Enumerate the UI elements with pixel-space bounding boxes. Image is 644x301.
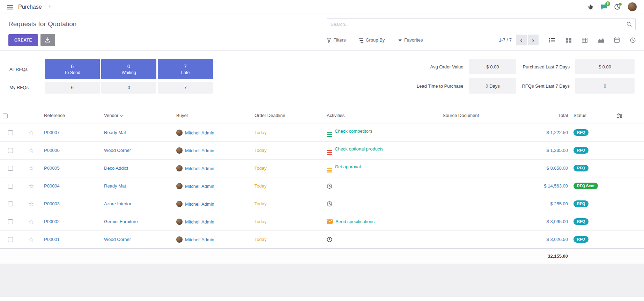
vendor-link[interactable]: Gemini Furniture bbox=[104, 219, 138, 224]
row-checkbox[interactable] bbox=[8, 166, 13, 171]
app-name[interactable]: Purchase bbox=[18, 4, 42, 10]
column-header-order-deadline[interactable]: Order Deadline bbox=[252, 108, 324, 124]
purchase-dashboard: All RFQs 6 To Send 0 Waiting 7 Late My R… bbox=[0, 51, 644, 108]
menu-icon[interactable] bbox=[7, 4, 13, 9]
table-row[interactable]: ☆ P00001 Wood Corner Mitchell Admin Toda… bbox=[0, 230, 644, 248]
favorite-star-icon[interactable]: ☆ bbox=[28, 165, 34, 172]
view-calendar-icon[interactable] bbox=[614, 37, 620, 43]
vendor-link[interactable]: Deco Addict bbox=[104, 166, 128, 171]
reference-link[interactable]: P00006 bbox=[44, 148, 60, 153]
checklist-activity-icon[interactable] bbox=[327, 132, 332, 137]
table-row[interactable]: ☆ P00002 Gemini Furniture Mitchell Admin… bbox=[0, 213, 644, 230]
tile-to-send[interactable]: 6 To Send bbox=[45, 59, 100, 79]
reference-link[interactable]: P00004 bbox=[44, 183, 60, 189]
my-to-send-count[interactable]: 6 bbox=[45, 82, 100, 94]
view-pivot-icon[interactable] bbox=[582, 37, 587, 43]
column-header-total[interactable]: Total bbox=[517, 108, 571, 124]
buyer-link[interactable]: Mitchell Admin bbox=[185, 201, 214, 207]
buyer-avatar bbox=[176, 147, 183, 154]
activities-clock-icon[interactable] bbox=[614, 4, 620, 10]
order-deadline-cell: Today bbox=[252, 141, 324, 159]
all-rfqs-label: All RFQs bbox=[9, 67, 43, 72]
reference-link[interactable]: P00005 bbox=[44, 166, 60, 171]
table-row[interactable]: ☆ P00003 Azure Interior Mitchell Admin T… bbox=[0, 195, 644, 213]
reference-link[interactable]: P00003 bbox=[44, 201, 60, 206]
row-checkbox[interactable] bbox=[8, 237, 13, 242]
favorite-star-icon[interactable]: ☆ bbox=[28, 236, 34, 243]
clock-activity-icon[interactable] bbox=[327, 183, 332, 189]
vendor-link[interactable]: Wood Corner bbox=[104, 237, 131, 242]
column-header-reference[interactable]: Reference bbox=[41, 108, 101, 124]
buyer-link[interactable]: Mitchell Admin bbox=[185, 219, 214, 225]
activity-label[interactable]: Get approval bbox=[335, 164, 361, 169]
table-row[interactable]: ☆ P00004 Ready Mat Mitchell Admin Today … bbox=[0, 177, 644, 195]
checklist-activity-icon[interactable] bbox=[327, 150, 332, 155]
pager-next-button[interactable]: › bbox=[528, 35, 539, 45]
buyer-avatar bbox=[176, 201, 183, 207]
group-by-button[interactable]: Group By bbox=[359, 37, 385, 43]
vendor-link[interactable]: Wood Corner bbox=[104, 148, 131, 153]
reference-link[interactable]: P00007 bbox=[44, 130, 60, 135]
envelope-activity-icon[interactable] bbox=[327, 219, 333, 224]
buyer-link[interactable]: Mitchell Admin bbox=[185, 166, 214, 171]
activity-label[interactable]: Check competitors bbox=[335, 129, 372, 134]
reference-link[interactable]: P00002 bbox=[44, 219, 60, 224]
buyer-link[interactable]: Mitchell Admin bbox=[185, 130, 214, 135]
view-graph-icon[interactable] bbox=[598, 37, 604, 43]
tile-waiting[interactable]: 0 Waiting bbox=[101, 59, 156, 79]
activity-label[interactable]: Send specifications bbox=[335, 219, 375, 224]
column-header-activities[interactable]: Activities bbox=[324, 108, 440, 124]
create-button[interactable]: CREATE bbox=[8, 34, 38, 46]
tile-late[interactable]: 7 Late bbox=[158, 59, 213, 79]
debug-icon[interactable] bbox=[588, 4, 593, 10]
filters-button[interactable]: Filters bbox=[327, 37, 346, 43]
user-avatar[interactable] bbox=[628, 2, 637, 12]
favorite-star-icon[interactable]: ☆ bbox=[28, 218, 34, 225]
vendor-link[interactable]: Ready Mat bbox=[104, 130, 126, 135]
search-icon[interactable] bbox=[627, 21, 632, 27]
row-checkbox[interactable] bbox=[8, 130, 13, 135]
table-row[interactable]: ☆ P00006 Wood Corner Mitchell Admin Toda… bbox=[0, 141, 644, 159]
table-row[interactable]: ☆ P00007 Ready Mat Mitchell Admin Today … bbox=[0, 124, 644, 141]
table-row[interactable]: ☆ P00005 Deco Addict Mitchell Admin Toda… bbox=[0, 159, 644, 177]
select-all-checkbox[interactable] bbox=[3, 113, 8, 118]
activity-label[interactable]: Check optional products bbox=[335, 146, 383, 152]
row-checkbox[interactable] bbox=[8, 201, 13, 206]
reference-link[interactable]: P00001 bbox=[44, 237, 60, 242]
row-checkbox[interactable] bbox=[8, 148, 13, 153]
vendor-link[interactable]: Azure Interior bbox=[104, 201, 131, 206]
export-button[interactable] bbox=[40, 34, 55, 46]
view-list-icon[interactable] bbox=[549, 37, 555, 43]
favorite-star-icon[interactable]: ☆ bbox=[28, 183, 34, 190]
column-header-buyer[interactable]: Buyer bbox=[173, 108, 252, 124]
search-box[interactable] bbox=[327, 18, 636, 30]
table-footer-row: 32,155.00 bbox=[0, 248, 644, 264]
status-badge: RFQ bbox=[573, 129, 589, 136]
row-checkbox[interactable] bbox=[8, 219, 13, 224]
buyer-link[interactable]: Mitchell Admin bbox=[185, 148, 214, 153]
view-kanban-icon[interactable] bbox=[566, 37, 571, 43]
buyer-link[interactable]: Mitchell Admin bbox=[185, 184, 214, 189]
buyer-link[interactable]: Mitchell Admin bbox=[185, 237, 214, 242]
favorites-icon: ★ bbox=[398, 37, 402, 43]
new-tab-icon[interactable]: + bbox=[48, 3, 52, 10]
favorite-star-icon[interactable]: ☆ bbox=[28, 200, 34, 207]
column-header-status[interactable]: Status bbox=[571, 108, 614, 124]
messages-icon[interactable]: 5 bbox=[601, 4, 607, 10]
clock-activity-icon[interactable] bbox=[327, 201, 332, 207]
favorite-star-icon[interactable]: ☆ bbox=[28, 147, 34, 154]
my-waiting-count[interactable]: 0 bbox=[101, 82, 156, 94]
favorite-star-icon[interactable]: ☆ bbox=[28, 129, 34, 136]
column-header-source-document[interactable]: Source Document bbox=[440, 108, 517, 124]
column-header-vendor[interactable]: Vendor bbox=[101, 108, 173, 124]
column-options-icon[interactable] bbox=[617, 113, 622, 118]
favorites-button[interactable]: ★ Favorites bbox=[398, 37, 423, 43]
view-activity-icon[interactable] bbox=[630, 37, 636, 43]
clock-activity-icon[interactable] bbox=[327, 237, 332, 242]
vendor-link[interactable]: Ready Mat bbox=[104, 183, 126, 189]
row-checkbox[interactable] bbox=[8, 184, 13, 189]
search-input[interactable] bbox=[331, 22, 627, 27]
checklist-activity-icon[interactable] bbox=[327, 168, 332, 172]
my-late-count[interactable]: 7 bbox=[158, 82, 213, 94]
pager-previous-button[interactable]: ‹ bbox=[516, 35, 527, 45]
